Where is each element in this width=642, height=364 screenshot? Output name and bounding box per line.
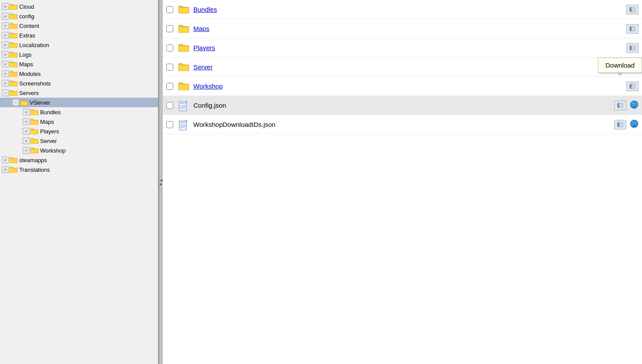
- tree-expander-content[interactable]: +: [2, 22, 9, 29]
- tree-item-screenshots[interactable]: + Screenshots: [0, 78, 158, 88]
- tree-item-servers[interactable]: − Servers: [0, 88, 158, 98]
- tree-expander-players[interactable]: +: [23, 128, 30, 135]
- svg-rect-65: [630, 27, 632, 31]
- tree-label-workshop2: Workshop: [40, 147, 65, 154]
- tree-expander-bundles[interactable]: +: [23, 109, 30, 116]
- file-checkbox[interactable]: [166, 44, 173, 51]
- svg-rect-20: [10, 63, 17, 67]
- tree-expander-servers[interactable]: −: [2, 89, 9, 96]
- svg-rect-17: [10, 53, 17, 57]
- folder-icon: [10, 61, 17, 67]
- svg-rect-86: [630, 84, 632, 88]
- folder-icon: [20, 99, 28, 105]
- file-checkbox[interactable]: [166, 102, 173, 109]
- tree-label-servers: Servers: [19, 90, 39, 96]
- tree-expander-screenshots[interactable]: +: [2, 80, 9, 87]
- svg-rect-50: [10, 159, 17, 163]
- tree-item-workshop2[interactable]: + Workshop: [0, 146, 158, 155]
- tree-item-players[interactable]: + Players: [0, 126, 158, 136]
- splitter[interactable]: [159, 0, 163, 364]
- file-checkbox[interactable]: [166, 64, 173, 71]
- folder-icon: [10, 80, 17, 86]
- tree-expander-extras[interactable]: +: [2, 32, 9, 39]
- svg-rect-29: [10, 92, 17, 95]
- file-actions: [626, 5, 639, 14]
- folder-icon: [179, 63, 189, 71]
- file-label-config-json[interactable]: Config.json: [193, 102, 614, 109]
- file-checkbox[interactable]: [166, 83, 173, 90]
- tree-expander-cloud[interactable]: +: [2, 3, 9, 10]
- tree-expander-maps2[interactable]: +: [23, 118, 30, 125]
- folder-icon: [10, 157, 17, 163]
- tree-item-cloud[interactable]: + Cloud: [0, 2, 158, 11]
- file-label-server-folder[interactable]: Server: [193, 63, 626, 71]
- scroll-btn[interactable]: [626, 5, 639, 14]
- tree-item-localization[interactable]: + Localization: [0, 40, 158, 50]
- tree-expander-server2[interactable]: +: [23, 137, 30, 144]
- file-checkbox[interactable]: [166, 121, 173, 128]
- file-checkbox[interactable]: [166, 25, 173, 32]
- tree-item-translations[interactable]: + Translations: [0, 165, 158, 174]
- svg-rect-26: [10, 82, 17, 86]
- file-actions: [614, 100, 639, 110]
- tree-item-steamapps[interactable]: + steamapps: [0, 155, 158, 165]
- tree-item-maps2[interactable]: + Maps: [0, 117, 158, 126]
- tree-label-localization: Localization: [19, 42, 49, 48]
- tree-label-server2: Server: [40, 138, 57, 144]
- tree-expander-translations[interactable]: +: [2, 166, 9, 173]
- file-label-players-folder[interactable]: Players: [193, 44, 626, 51]
- file-label-workshop-ids-json[interactable]: WorkshopDownloadIDs.json: [193, 121, 614, 128]
- scroll-btn[interactable]: [614, 101, 626, 110]
- svg-rect-44: [31, 139, 38, 143]
- file-icon: [179, 101, 189, 110]
- folder-icon: [10, 32, 17, 38]
- scroll-btn[interactable]: [614, 120, 626, 129]
- tree-expander-modules[interactable]: +: [2, 70, 9, 77]
- svg-rect-58: [630, 7, 632, 12]
- file-label-workshop-folder[interactable]: Workshop: [193, 82, 626, 90]
- folder-icon: [10, 71, 17, 77]
- svg-rect-63: [179, 27, 189, 32]
- svg-rect-38: [31, 120, 38, 124]
- tree-item-server2[interactable]: + Server: [0, 136, 158, 146]
- tree-item-modules[interactable]: + Modules: [0, 69, 158, 78]
- tree-item-config[interactable]: + config: [0, 11, 158, 21]
- svg-rect-77: [179, 65, 189, 70]
- tree-expander-workshop2[interactable]: +: [23, 147, 30, 154]
- svg-point-102: [630, 101, 638, 109]
- scroll-btn[interactable]: [626, 82, 639, 91]
- tree-expander-config[interactable]: +: [2, 13, 9, 20]
- file-label-maps-folder[interactable]: Maps: [193, 25, 626, 32]
- tree-item-logs[interactable]: + Logs: [0, 50, 158, 59]
- folder-icon: [10, 23, 17, 29]
- scroll-btn[interactable]: [626, 24, 639, 34]
- tree-label-cloud: Cloud: [19, 3, 34, 10]
- folder-icon: [10, 13, 17, 19]
- tree-item-bundles[interactable]: + Bundles: [0, 107, 158, 117]
- tree-label-vserver: VServer: [30, 99, 50, 106]
- svg-rect-5: [10, 15, 17, 19]
- file-row-config-json: Config.json: [163, 96, 642, 115]
- file-panel: Bundles Maps Players: [163, 0, 642, 364]
- tree-item-extras[interactable]: + Extras: [0, 31, 158, 40]
- tree-expander-vserver[interactable]: −: [12, 99, 19, 106]
- tree-item-content[interactable]: + Content: [0, 21, 158, 31]
- tree-item-vserver[interactable]: − VServer: [0, 98, 158, 107]
- folder-icon: [10, 42, 17, 48]
- tree-label-screenshots: Screenshots: [19, 80, 51, 87]
- folder-icon: [179, 82, 189, 91]
- file-actions: [626, 82, 639, 91]
- tree-expander-logs[interactable]: +: [2, 51, 9, 58]
- tree-expander-steamapps[interactable]: +: [2, 156, 9, 163]
- scroll-btn[interactable]: [626, 43, 639, 53]
- file-actions: [626, 43, 639, 53]
- tree-expander-maps[interactable]: +: [2, 61, 9, 68]
- file-checkbox[interactable]: [166, 6, 173, 13]
- file-row-maps-folder: Maps: [163, 19, 642, 38]
- file-label-bundles-folder[interactable]: Bundles: [193, 6, 626, 13]
- tree-panel: + Cloud+ config+ Content+ Extras+ Locali…: [0, 0, 159, 364]
- tree-item-maps[interactable]: + Maps: [0, 59, 158, 69]
- tree-label-content: Content: [19, 23, 39, 29]
- tree-expander-localization[interactable]: +: [2, 41, 9, 48]
- svg-rect-84: [179, 84, 189, 89]
